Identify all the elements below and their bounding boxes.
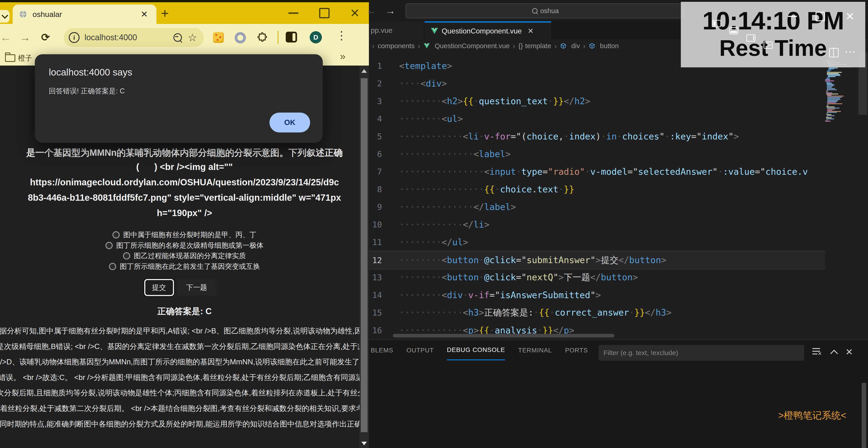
horizontal-scrollbar[interactable] [393,334,614,338]
answer-option[interactable]: 图乙过程能体现基因的分离定律实质 [123,251,246,261]
vscode-close-button[interactable]: ✕ [845,10,855,23]
code-line[interactable]: 5············<li·v-for="(choice,·index)·… [369,127,857,145]
back-button[interactable]: ← [0,24,11,51]
filter-input[interactable] [598,345,804,361]
code-line[interactable]: 4········<ul> [369,110,857,127]
chevron-down-icon [1,12,8,19]
question-line: 8b3-446a-b11e-8081fddf5fc7.png" style="v… [28,193,341,203]
bookmarks-overflow-icon[interactable]: » [340,51,345,62]
panel-tab-terminal[interactable]: TERMINAL [518,341,552,360]
code-line[interactable]: 2····<div> [369,74,857,92]
answer-option[interactable]: 图丁所示细胞的名称是次级精母细胞或第一极体 [105,241,264,250]
code-line[interactable]: 12········<button·@click="submitAnswer">… [369,251,857,269]
radio-icon[interactable] [105,242,113,249]
panel-tab-output[interactable]: OUTPUT [406,341,434,360]
reload-button[interactable]: ⟳ [41,24,50,51]
line-number: 16 [369,326,382,335]
tab-search-button[interactable] [0,10,9,23]
code-line[interactable]: 15············<h3>正确答案是:·{{·correct_answ… [369,304,857,321]
url-text[interactable]: localhost:4000 [85,33,174,42]
breadcrumb-item[interactable]: QuestionComponent.vue [423,42,510,50]
bookmark-star-icon[interactable]: ☆ [188,31,197,44]
extension-cheese-icon[interactable] [213,32,224,43]
editor-more-actions-icon[interactable]: ⋯ [844,45,855,58]
zoom-icon[interactable] [174,33,182,42]
line-number: 6 [369,150,382,159]
scrollbar-thumb[interactable] [361,78,368,432]
customize-layout-icon[interactable] [764,41,773,49]
breadcrumb-label: components [378,42,414,50]
panel-close-icon[interactable]: ✕ [845,347,853,357]
next-question-button[interactable]: 下一题 [177,279,217,296]
breadcrumb-item[interactable]: button [589,42,619,50]
editor-scrollbar[interactable] [858,53,868,340]
submit-button[interactable]: 提交 [144,279,174,296]
code-line[interactable]: 14········<div·v-if="isAnswerSubmitted"> [369,286,857,304]
answer-option[interactable]: 图丁所示细胞在此之前发生了基因突变或互换 [109,262,260,271]
toggle-panel-icon[interactable] [729,27,738,34]
browser-tab-oshualar[interactable]: oshualar ✕ [13,4,156,24]
scroll-up-icon[interactable] [362,69,367,73]
breadcrumb-item[interactable]: components [378,42,414,50]
chrome-tabbar: oshualar ✕ + ✕ [0,2,369,24]
forward-button[interactable]: → [20,24,31,51]
tab-questioncomponent-vue[interactable]: QuestionComponent.vue ✕ [425,21,551,39]
address-bar[interactable]: i localhost:4000 ☆ [64,28,204,47]
code-editor[interactable]: 1<template>2····<div>3········<h2>{{·que… [369,53,868,340]
command-center-search[interactable]: oshua [405,3,685,18]
code-line[interactable]: 10············</li> [369,216,857,233]
scroll-down-icon[interactable] [362,442,367,445]
bookmark-folder-label[interactable]: 橙子 [18,53,32,63]
side-panel-icon[interactable] [286,32,297,42]
radio-icon[interactable] [123,252,130,259]
nav-forward-icon[interactable]: → [385,4,396,17]
panel-scrollbar[interactable] [862,383,866,448]
line-number: 15 [369,308,382,317]
code-line[interactable]: 7················<input·type="radio"·v-m… [369,163,857,180]
new-tab-button[interactable]: + [161,5,169,21]
window-minimize-button[interactable] [288,2,298,24]
tab-close-icon[interactable]: ✕ [528,27,534,35]
split-editor-icon[interactable] [829,48,839,57]
code-line[interactable]: 11········</ul> [369,233,857,251]
extension-ring-icon[interactable] [235,32,246,43]
code-line[interactable]: 8················{{·choice.text·}} [369,180,857,198]
profile-avatar[interactable]: D [310,31,322,43]
vscode-maximize-button[interactable] [815,12,825,21]
extensions-puzzle-icon[interactable] [256,32,268,43]
chrome-menu-icon[interactable]: ⋮ [336,29,347,42]
line-number: 7 [369,167,382,176]
tab-app-vue[interactable]: pp.vue [369,21,425,39]
radio-icon[interactable] [113,231,120,238]
breadcrumb-item[interactable]: {}template [518,42,551,50]
clock-time: 10:14:10 PM [681,8,865,33]
radio-icon[interactable] [109,263,116,270]
bottom-panel: BLEMSOUTPUTDEBUG CONSOLETERMINALPORTS ✕ … [369,340,868,448]
code-line[interactable]: 13········<button·@click="nextQ">下一题</bu… [369,268,857,286]
vue-icon [423,42,432,49]
answer-option[interactable]: 图中属于细胞有丝分裂时期的是甲、丙、丁 [113,230,256,239]
panel-tab-ports[interactable]: PORTS [565,341,588,360]
panel-tab-debug-console[interactable]: DEBUG CONSOLE [447,341,505,360]
code-line[interactable]: 6··············<label> [369,145,857,163]
code-line[interactable]: 3········<h2>{{·question_text·}}</h2> [369,92,857,110]
vscode-minimize-button[interactable] [788,16,797,17]
site-info-icon[interactable]: i [69,32,80,43]
nav-back-icon[interactable]: ← [366,4,376,17]
line-number: 2 [369,79,382,88]
globe-favicon-icon [19,10,28,19]
panel-tab-blems[interactable]: BLEMS [371,341,393,360]
toggle-secondary-sidebar-icon[interactable] [746,34,755,41]
filter-icon[interactable]: ✕ [812,348,822,356]
tab-close-icon[interactable]: ✕ [141,9,148,19]
window-close-button[interactable]: ✕ [350,2,360,24]
chevron-up-icon[interactable] [830,350,838,357]
browser-scrollbar[interactable] [360,66,369,448]
toggle-sidebar-icon[interactable] [712,20,721,27]
breadcrumb-item[interactable]: div [560,42,580,50]
window-maximize-button[interactable] [319,2,330,24]
code-line[interactable]: 9··············</label> [369,198,857,216]
breadcrumb-separator-icon: › [554,42,557,50]
dialog-ok-button[interactable]: OK [270,113,310,132]
minimap[interactable] [825,53,858,340]
